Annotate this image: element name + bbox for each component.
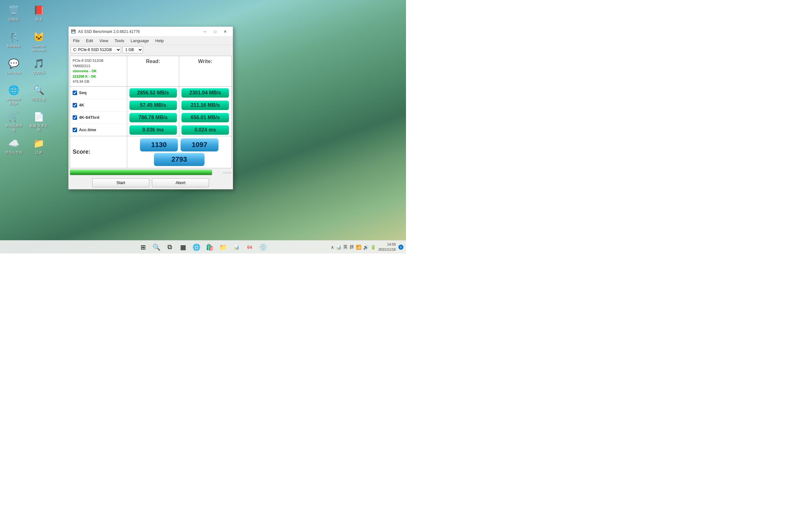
4k-write-cell: 211.16 MB/s [179,99,231,111]
desktop-icon-link-now[interactable]: 💬 Link Now [3,56,25,81]
tray-chart[interactable]: 📊 [336,245,341,250]
qq-music-label: QQ音乐 [32,71,45,75]
aliyun-icon: 🔍 [32,83,45,96]
tray-chevron[interactable]: ∧ [331,245,334,250]
progress-label: --:--:-- [214,170,232,174]
app64-taskbar[interactable]: 64 [244,241,256,253]
seq-write-cell: 2301.04 MB/s [179,87,231,99]
desktop-icon-edge[interactable]: 🌐 Microsoft Edge [3,82,25,108]
system-clock[interactable]: 14:55 2021/11/16 [378,242,396,252]
files-taskbar[interactable]: 📁 [217,241,229,253]
toolbar: C: PCIe-8 SSD 512GB 512 MB1 GB2 GB4 GB [68,45,233,55]
progress-area: --:--:-- [70,170,232,175]
task-mgr-taskbar[interactable]: 📊 [230,241,242,253]
desktop-icon-huawei-app[interactable]: 🛒 华为应用市场 [3,109,25,134]
yuedu-icon: 📕 [32,4,45,16]
link-now-icon: 💬 [7,57,20,70]
start-button[interactable]: ⊞ [137,241,149,253]
4k-label: 4K [79,103,84,107]
bandizip-icon: 🗜️ [7,31,20,43]
yuedu-label: 阅读 [35,17,42,21]
disk-tool-taskbar[interactable]: 💿 [257,241,269,253]
clash-icon: 🐱 [32,31,45,43]
search-button[interactable]: 🔍 [150,241,162,253]
progress-track [70,170,212,175]
4k-checkbox[interactable] [72,103,77,107]
menu-view[interactable]: View [96,38,111,44]
seq-checkbox[interactable] [72,91,77,95]
acctime-write-cell: 0.024 ms [179,124,231,136]
hanping-label: 汉评 [35,151,42,155]
score-read-write-row: 1130 1097 [140,138,218,152]
desktop-icon-clash[interactable]: 🐱 Clash forWindows [28,29,50,55]
close-button[interactable]: ✕ [220,27,230,36]
4k-read-value: 57.45 MB/s [130,101,177,110]
edge-label: Microsoft Edge [4,97,23,106]
acctime-read-cell: 0.036 ms [127,124,179,136]
desktop-icon-recycle-bin[interactable]: 🗑️ 回收站 [3,3,25,28]
seq-label: Seq [79,90,87,95]
tray-battery[interactable]: 🔋 [370,245,376,250]
write-header: Write: [179,56,231,87]
link-now-label: Link Now [6,71,20,75]
desktop-icon-aliyun[interactable]: 🔍 阿里云盘 [28,82,50,108]
desktop-icon-yuedu[interactable]: 📕 阅读 [28,3,50,28]
taskbar-center: ⊞ 🔍 ⧉ ▦ 🌐 🛍️ 📁 📊 64 💿 [137,241,269,253]
maximize-button[interactable]: □ [210,27,220,36]
seq-label-cell: Seq [70,87,127,99]
score-label: Score: [70,136,127,168]
menu-help[interactable]: Help [152,38,167,44]
4k64thrd-write-cell: 656.01 MB/s [179,111,231,124]
as-ssd-window: 💾 AS SSD Benchmark 2.0.6821.41776 ─ □ ✕ … [68,26,233,189]
huawei-cloud-label: 华为云空间 [5,151,22,155]
menu-tools[interactable]: Tools [111,38,127,44]
tray-pinyin[interactable]: 拼 [350,244,354,250]
menu-language[interactable]: Language [128,38,152,44]
recycle-bin-icon: 🗑️ [7,4,20,16]
size-status: 222208 K - OK [72,74,124,79]
window-body: PCIe-8 SSD 512GB YM00D213 stornvme - OK … [68,55,233,176]
task-view-button[interactable]: ⧉ [164,241,176,253]
4k64thrd-read-cell: 786.78 MB/s [127,111,179,124]
4k64thrd-label-cell: 4K-64Thrd [70,111,127,124]
widgets-button[interactable]: ▦ [177,241,189,253]
window-titlebar: 💾 AS SSD Benchmark 2.0.6821.41776 ─ □ ✕ [68,26,233,37]
drive-serial: YM00D213 [72,63,124,69]
acctime-label-cell: Acc.time [70,124,127,136]
desktop-icon-huawei-cloud[interactable]: ☁️ 华为云空间 [3,135,25,161]
edge-taskbar[interactable]: 🌐 [190,241,202,253]
score-values: 1130 1097 2793 [127,136,231,168]
4k64thrd-label: 4K-64Thrd [79,115,99,120]
aliyun-label: 阿里云盘 [32,97,46,101]
desktop-icon-hanping[interactable]: 📁 汉评 [28,135,50,161]
store-taskbar[interactable]: 🛍️ [204,241,216,253]
desktop-icon-bandizip[interactable]: 🗜️ Bandizip [3,29,25,55]
window-app-icon: 💾 [71,29,76,34]
menu-file[interactable]: File [70,38,83,44]
acctime-checkbox[interactable] [72,128,77,132]
abort-button[interactable]: Abort [152,178,209,187]
size-select[interactable]: 512 MB1 GB2 GB4 GB [122,46,143,53]
tray-volume[interactable]: 🔊 [363,245,368,250]
driver-status: stornvme - OK [72,68,124,74]
acctime-label: Acc.time [79,127,96,132]
drive-select[interactable]: C: PCIe-8 SSD 512GB [70,46,121,53]
progress-fill [70,170,212,175]
acctime-write-value: 0.024 ms [182,125,229,135]
seq-read-value: 2856.52 MB/s [130,88,177,98]
window-title: AS SSD Benchmark 2.0.6821.41776 [78,30,200,34]
acctime-read-value: 0.036 ms [130,125,177,135]
clock-time: 14:55 [378,242,396,247]
minimize-button[interactable]: ─ [200,27,210,36]
start-button[interactable]: Start [92,178,149,187]
desktop-icon-new-file[interactable]: 📄 新建 文本文档 [28,109,50,134]
notification-badge[interactable]: 1 [398,245,403,250]
tray-language[interactable]: 英 [343,244,348,250]
score-section: Score: 1130 1097 2793 [70,136,232,168]
desktop-icon-qq-music[interactable]: 🎵 QQ音乐 [28,56,50,81]
window-controls: ─ □ ✕ [200,27,230,36]
tray-wifi[interactable]: 📶 [356,245,361,250]
menu-edit[interactable]: Edit [83,38,96,44]
4k64thrd-checkbox[interactable] [72,115,77,120]
new-file-icon: 📄 [32,110,45,123]
